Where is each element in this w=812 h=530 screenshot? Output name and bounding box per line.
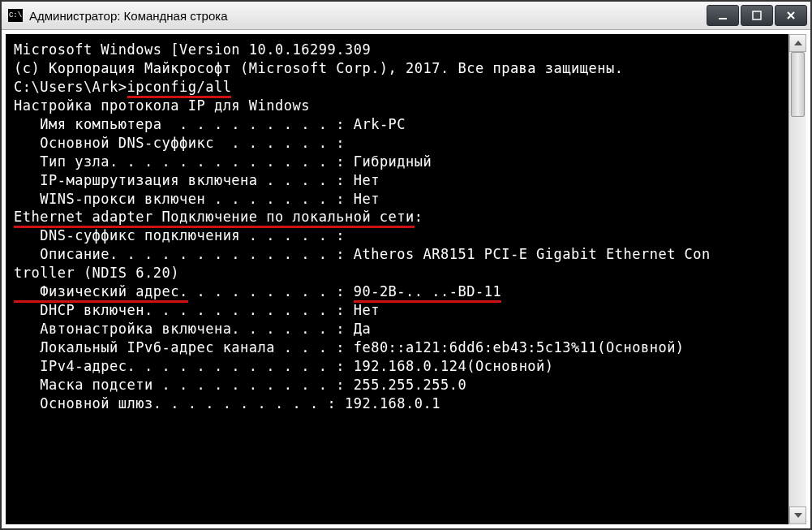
scroll-thumb[interactable] <box>791 52 805 117</box>
output-line: Основной DNS-суффикс . . . . . . : <box>14 134 780 153</box>
output-line: Автонастройка включена. . . . . . : Да <box>14 320 780 338</box>
window-title: Администратор: Командная строка <box>29 9 707 23</box>
scroll-track[interactable] <box>789 52 806 506</box>
adapter-header: Ethernet adapter Подключение по локально… <box>14 208 780 226</box>
output-line: Microsoft Windows [Version 10.0.16299.30… <box>14 41 780 59</box>
titlebar[interactable]: C:\ Администратор: Командная строка <box>2 2 810 30</box>
scroll-down-button[interactable] <box>789 506 806 524</box>
output-line: DHCP включен. . . . . . . . . . . : Нет <box>14 301 780 320</box>
chevron-down-icon <box>794 513 802 518</box>
window-controls <box>707 5 807 26</box>
output-line: Описание. . . . . . . . . . . . . : Athe… <box>14 245 780 264</box>
content-area: Microsoft Windows [Version 10.0.16299.30… <box>2 30 810 528</box>
output-line: DNS-суффикс подключения . . . . . : <box>14 226 780 245</box>
output-line: Имя компьютера . . . . . . . . . : Ark-P… <box>14 115 780 134</box>
section-header: Настройка протокола IP для Windows <box>14 97 780 115</box>
output-line: WINS-прокси включен . . . . . . . : Нет <box>14 190 780 209</box>
maximize-button[interactable] <box>741 5 773 26</box>
cmd-icon: C:\ <box>8 9 23 22</box>
output-line: (c) Корпорация Майкрософт (Microsoft Cor… <box>14 59 780 78</box>
vertical-scrollbar[interactable] <box>788 34 806 524</box>
close-button[interactable] <box>775 5 807 26</box>
prompt-prefix: C:\Users\Ark> <box>14 79 127 95</box>
chevron-up-icon <box>794 41 802 45</box>
output-line: Тип узла. . . . . . . . . . . . . : Гибр… <box>14 153 780 171</box>
phys-addr-value: 90-2B-.. ..-BD-11 <box>354 283 502 303</box>
adapter-name: Ethernet adapter Подключение по локально… <box>14 209 415 228</box>
command-prompt-window: C:\ Администратор: Командная строка Micr… <box>0 0 812 530</box>
output-line: troller (NDIS 6.20) <box>14 264 780 282</box>
maximize-icon <box>751 10 763 21</box>
output-line: Маска подсети . . . . . . . . . . : 255.… <box>14 376 780 394</box>
output-line: IPv4-адрес. . . . . . . . . . . . : 192.… <box>14 357 780 376</box>
phys-addr-label: Физический адрес. <box>14 283 188 303</box>
scroll-up-button[interactable] <box>789 34 806 52</box>
close-icon <box>785 10 797 21</box>
command-text: ipconfig/all <box>127 79 232 98</box>
output-line: Локальный IPv6-адрес канала . . . : fe80… <box>14 338 780 357</box>
terminal-output[interactable]: Microsoft Windows [Version 10.0.16299.30… <box>6 34 788 524</box>
svg-rect-0 <box>719 18 727 19</box>
minimize-button[interactable] <box>707 5 739 26</box>
prompt-line: C:\Users\Ark>ipconfig/all <box>14 78 780 97</box>
minimize-icon <box>717 10 728 21</box>
output-line: IP-маршрутизация включена . . . . : Нет <box>14 171 780 190</box>
physical-address-line: Физический адрес. . . . . . . . . : 90-2… <box>14 282 780 301</box>
svg-rect-1 <box>753 11 761 19</box>
output-line: Основной шлюз. . . . . . . . . . : 192.1… <box>14 394 780 413</box>
